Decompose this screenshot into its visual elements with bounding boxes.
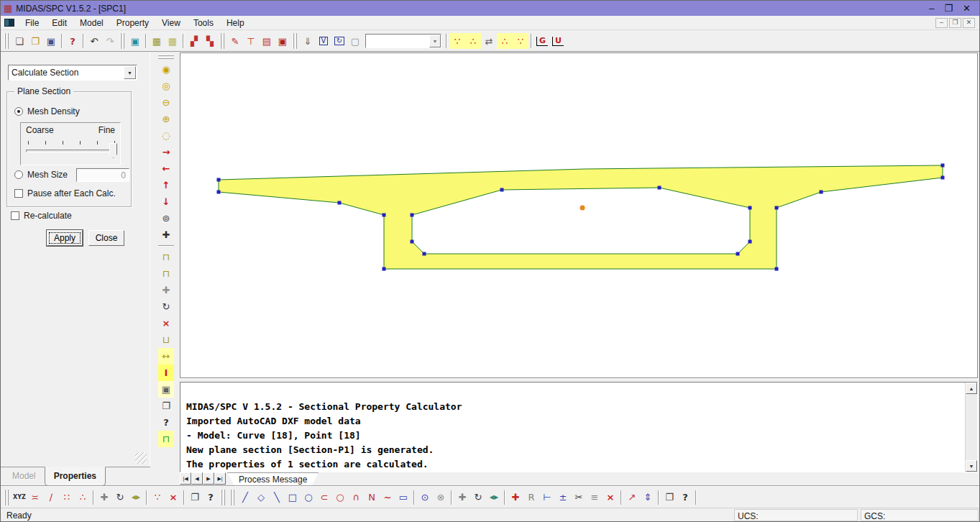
node-link-button[interactable]: ∴ <box>497 33 513 49</box>
pan-down-button[interactable]: ↓ <box>158 193 174 210</box>
query-entities-button[interactable]: ? <box>203 490 219 505</box>
extend-button[interactable]: ± <box>555 490 571 505</box>
mesh-size-input[interactable] <box>76 168 129 182</box>
pan-right-button[interactable]: → <box>158 144 174 160</box>
vertex-point[interactable] <box>411 240 414 244</box>
minimize-button[interactable]: – <box>929 4 934 13</box>
vertex-point[interactable] <box>658 186 661 190</box>
snap-points-button[interactable]: ∵ <box>150 490 165 505</box>
point-scatter-button[interactable]: ∴ <box>75 490 91 505</box>
toolbar-grip[interactable] <box>293 33 298 49</box>
close-button[interactable]: ✕ <box>963 4 971 13</box>
draw-arch-button[interactable]: ∩ <box>348 490 364 505</box>
new-document-button[interactable]: ❏ <box>12 33 27 49</box>
vertex-point[interactable] <box>217 178 221 182</box>
section-query-button[interactable]: ? <box>158 414 174 431</box>
section-save-button[interactable]: ▣ <box>158 381 174 398</box>
vertex-point[interactable] <box>736 252 740 256</box>
vertex-point[interactable] <box>941 164 945 168</box>
select-vertex-button[interactable]: ⇓ <box>300 33 316 49</box>
section-build-button[interactable]: ⊓ <box>158 249 174 265</box>
tab-model[interactable]: Model <box>4 467 45 486</box>
xyz-coordinates-button[interactable]: XYZ <box>12 490 27 505</box>
copy-entities-button[interactable]: ❐ <box>187 490 203 505</box>
menu-file[interactable]: File <box>19 17 45 29</box>
node-swap-button[interactable]: ⇄ <box>481 33 497 49</box>
mdi-minimize-button[interactable]: – <box>935 18 948 28</box>
vertex-point[interactable] <box>941 176 945 180</box>
vertex-point[interactable] <box>383 267 386 271</box>
zoom-dynamic-button[interactable]: ⊚ <box>158 210 174 226</box>
draw-curve-button[interactable]: ~ <box>380 490 395 505</box>
slider-track[interactable] <box>26 150 116 152</box>
divide-element-button[interactable]: ≍ <box>27 490 43 505</box>
vertex-point[interactable] <box>411 214 414 217</box>
pan-left-button[interactable]: ← <box>158 160 174 177</box>
mesh-grid-button[interactable]: ▦ <box>165 33 180 49</box>
pan-up-button[interactable]: ↑ <box>158 177 174 193</box>
zoom-out-button[interactable]: ⊖ <box>158 94 174 111</box>
gcs-axis-button[interactable]: G <box>534 33 550 49</box>
last-tab-button[interactable]: ▶| <box>214 472 226 485</box>
vertex-point[interactable] <box>820 191 823 194</box>
vertex-point[interactable] <box>338 201 342 205</box>
select-window-button[interactable]: ▢ <box>347 33 363 49</box>
vertex-point[interactable] <box>775 267 779 271</box>
scatter-points-button[interactable]: ▚ <box>202 33 218 49</box>
view-loop-button[interactable]: ↻ <box>331 33 347 49</box>
node-merge-button[interactable]: ∵ <box>449 33 465 49</box>
point-move-button[interactable]: ✚ <box>158 282 174 298</box>
draw-arc-button[interactable]: ⊂ <box>316 490 332 505</box>
vertex-point[interactable] <box>748 206 752 210</box>
menu-view[interactable]: View <box>155 17 187 29</box>
draw-arc-3pt-button[interactable]: ○ <box>332 490 348 505</box>
first-tab-button[interactable]: |◀ <box>180 472 191 485</box>
generate-section-button[interactable]: ⊤ <box>243 33 259 49</box>
section-width-button[interactable]: ↔ <box>158 348 174 365</box>
point-grid-button[interactable]: ∷ <box>59 490 75 505</box>
stretch-button[interactable]: ⇕ <box>640 490 656 505</box>
title-bar[interactable]: ▦ MIDAS/SPC V1.5.2 - [SPC1] – ❐ ✕ <box>1 1 979 16</box>
apply-button[interactable]: Apply <box>47 230 83 246</box>
scroll-up-button[interactable]: ▲ <box>966 383 977 394</box>
undo-button[interactable]: ↶ <box>86 33 102 49</box>
menu-property[interactable]: Property <box>110 17 155 29</box>
mirror-entities-button[interactable]: ◀▶ <box>486 490 502 505</box>
menu-model[interactable]: Model <box>73 17 110 29</box>
tab-process-message[interactable]: Process Message <box>227 472 319 486</box>
draw-spline-button[interactable]: N <box>364 490 380 505</box>
section-name-combo[interactable]: ▼ <box>365 34 441 48</box>
save-file-button[interactable]: ▣ <box>43 33 59 49</box>
vertex-point[interactable] <box>217 191 221 194</box>
stretch-line-button[interactable]: ↗ <box>624 490 640 505</box>
toolbar-grip[interactable] <box>4 33 9 49</box>
align-button[interactable]: ≡ <box>587 490 603 505</box>
redo-button[interactable]: ↷ <box>102 33 118 49</box>
menu-help[interactable]: Help <box>220 17 251 29</box>
line-by-points-button[interactable]: ∕ <box>43 490 59 505</box>
draw-line-button[interactable]: ╱ <box>237 490 253 505</box>
vertex-point[interactable] <box>383 214 386 217</box>
mesh-size-radio[interactable]: Mesh Size <box>14 170 68 180</box>
recalculate-checkbox[interactable]: Re-calculate <box>11 211 72 221</box>
query-objects-button[interactable]: ? <box>677 490 693 505</box>
rotate-entities-button[interactable]: ↻ <box>470 490 486 505</box>
mdi-restore-button[interactable]: ❐ <box>949 18 961 28</box>
panel-close-button[interactable]: Close <box>88 230 124 246</box>
rotate-points-button[interactable]: ↻ <box>112 490 128 505</box>
chevron-down-icon[interactable]: ▼ <box>429 35 441 47</box>
mirror-points-button[interactable]: ◀▶ <box>128 490 144 505</box>
tab-properties[interactable]: Properties <box>45 467 106 486</box>
toolbar-grip[interactable] <box>158 55 174 60</box>
open-file-button[interactable]: ❐ <box>27 33 43 49</box>
task-select[interactable]: Calculate Section ▼ <box>8 65 137 81</box>
zoom-in-button[interactable]: ⊕ <box>158 111 174 127</box>
centroid-point[interactable] <box>580 206 585 211</box>
circle-delete-button[interactable]: ⊗ <box>433 490 449 505</box>
section-mesh-button[interactable]: ⊓ <box>158 431 174 447</box>
mdi-close-button[interactable]: ✕ <box>963 18 975 28</box>
zoom-window-button[interactable]: ◎ <box>158 78 174 94</box>
merge-points-button[interactable]: ▞ <box>186 33 202 49</box>
vertex-point[interactable] <box>748 240 752 244</box>
copy-objects-button[interactable]: ❐ <box>661 490 677 505</box>
